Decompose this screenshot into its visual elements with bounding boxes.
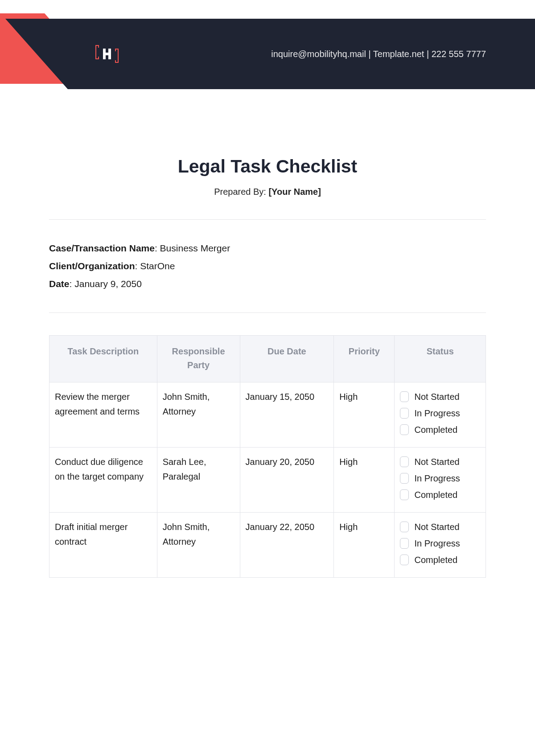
table-row: Conduct due diligence on the target comp… [49, 447, 486, 512]
meta-client: Client/Organization: StarOne [49, 257, 486, 275]
status-label: Not Started [414, 455, 480, 469]
checkbox-icon[interactable] [400, 456, 409, 467]
meta-client-label: Client/Organization [49, 261, 135, 271]
cell-desc: Conduct due diligence on the target comp… [49, 447, 157, 512]
status-label: Completed [414, 553, 480, 567]
page-title: Legal Task Checklist [49, 156, 486, 177]
status-label: Completed [414, 423, 480, 437]
header-banner: inquire@mobilityhq.mail | Template.net |… [0, 13, 535, 98]
cell-status: Not StartedIn ProgressCompleted [395, 447, 486, 512]
table-row: Draft initial merger contractJohn Smith,… [49, 512, 486, 577]
prepared-by-label: Prepared By: [214, 187, 268, 197]
status-label: Not Started [414, 520, 480, 534]
cell-status: Not StartedIn ProgressCompleted [395, 382, 486, 447]
meta-date-label: Date [49, 279, 70, 289]
header-bar: inquire@mobilityhq.mail | Template.net |… [0, 19, 535, 89]
meta-case-label: Case/Transaction Name [49, 243, 155, 253]
col-header-pri: Priority [334, 335, 395, 382]
status-option: Not Started [400, 455, 480, 469]
status-option: In Progress [400, 536, 480, 551]
status-option: In Progress [400, 406, 480, 421]
document-content: Legal Task Checklist Prepared By: [Your … [0, 98, 535, 578]
col-header-desc: Task Description [49, 335, 157, 382]
checkbox-icon[interactable] [400, 489, 409, 500]
checkbox-icon[interactable] [400, 408, 409, 419]
svg-rect-2 [103, 53, 111, 55]
cell-pri: High [334, 512, 395, 577]
status-label: In Progress [414, 471, 480, 486]
tasks-table: Task Description Responsible Party Due D… [49, 335, 486, 578]
checkbox-icon[interactable] [400, 522, 409, 532]
col-header-stat: Status [395, 335, 486, 382]
meta-date-value: January 9, 2050 [74, 279, 142, 289]
cell-resp: John Smith, Attorney [157, 512, 240, 577]
contact-phone: 222 555 7777 [432, 49, 486, 59]
cell-desc: Draft initial merger contract [49, 512, 157, 577]
status-option: Not Started [400, 520, 480, 534]
status-label: In Progress [414, 406, 480, 421]
logo-icon [94, 42, 120, 66]
table-row: Review the merger agreement and termsJoh… [49, 382, 486, 447]
prepared-by-line: Prepared By: [Your Name] [49, 187, 486, 197]
status-option: Completed [400, 553, 480, 567]
cell-pri: High [334, 382, 395, 447]
table-header-row: Task Description Responsible Party Due D… [49, 335, 486, 382]
meta-case: Case/Transaction Name: Business Merger [49, 239, 486, 257]
status-option: In Progress [400, 471, 480, 486]
separator: | [366, 49, 373, 59]
contact-email: inquire@mobilityhq.mail [271, 49, 366, 59]
meta-block: Case/Transaction Name: Business Merger C… [49, 220, 486, 312]
checkbox-icon[interactable] [400, 391, 409, 402]
meta-date: Date: January 9, 2050 [49, 275, 486, 293]
checkbox-icon[interactable] [400, 538, 409, 549]
status-label: Completed [414, 488, 480, 502]
cell-due: January 22, 2050 [240, 512, 334, 577]
status-label: Not Started [414, 390, 480, 404]
col-header-due: Due Date [240, 335, 334, 382]
status-option: Completed [400, 488, 480, 502]
cell-due: January 20, 2050 [240, 447, 334, 512]
separator: | [424, 49, 431, 59]
status-label: In Progress [414, 536, 480, 551]
divider [49, 312, 486, 313]
contact-line: inquire@mobilityhq.mail | Template.net |… [271, 49, 486, 59]
status-option: Completed [400, 423, 480, 437]
cell-resp: Sarah Lee, Paralegal [157, 447, 240, 512]
contact-site: Template.net [373, 49, 424, 59]
meta-client-value: StarOne [140, 261, 175, 271]
cell-resp: John Smith, Attorney [157, 382, 240, 447]
cell-pri: High [334, 447, 395, 512]
checkbox-icon[interactable] [400, 473, 409, 484]
cell-desc: Review the merger agreement and terms [49, 382, 157, 447]
checkbox-icon[interactable] [400, 555, 409, 565]
col-header-resp: Responsible Party [157, 335, 240, 382]
cell-status: Not StartedIn ProgressCompleted [395, 512, 486, 577]
status-option: Not Started [400, 390, 480, 404]
prepared-by-value: [Your Name] [268, 187, 321, 197]
cell-due: January 15, 2050 [240, 382, 334, 447]
meta-case-value: Business Merger [160, 243, 230, 253]
checkbox-icon[interactable] [400, 424, 409, 435]
